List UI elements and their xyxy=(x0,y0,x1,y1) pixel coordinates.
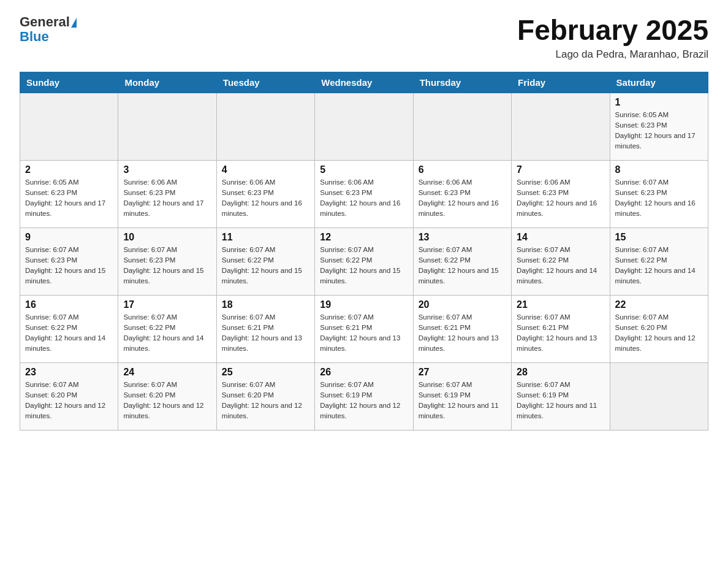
day-info: Sunrise: 6:06 AMSunset: 6:23 PMDaylight:… xyxy=(222,177,309,220)
day-info: Sunrise: 6:06 AMSunset: 6:23 PMDaylight:… xyxy=(517,177,604,220)
day-number: 3 xyxy=(123,164,211,175)
calendar-cell: 16Sunrise: 6:07 AMSunset: 6:22 PMDayligh… xyxy=(20,295,118,362)
weekday-header-sunday: Sunday xyxy=(20,72,118,93)
day-number: 18 xyxy=(222,299,309,310)
calendar-cell: 13Sunrise: 6:07 AMSunset: 6:22 PMDayligh… xyxy=(413,228,511,295)
calendar-cell xyxy=(118,93,216,160)
calendar-cell: 23Sunrise: 6:07 AMSunset: 6:20 PMDayligh… xyxy=(20,362,118,430)
day-info: Sunrise: 6:07 AMSunset: 6:21 PMDaylight:… xyxy=(222,312,309,354)
day-number: 9 xyxy=(25,232,113,243)
day-info: Sunrise: 6:07 AMSunset: 6:21 PMDaylight:… xyxy=(320,312,408,354)
weekday-header-monday: Monday xyxy=(118,72,216,93)
day-number: 6 xyxy=(419,164,506,175)
weekday-header-wednesday: Wednesday xyxy=(315,72,413,93)
calendar-cell: 11Sunrise: 6:07 AMSunset: 6:22 PMDayligh… xyxy=(216,228,314,295)
day-info: Sunrise: 6:07 AMSunset: 6:22 PMDaylight:… xyxy=(123,312,211,354)
day-info: Sunrise: 6:07 AMSunset: 6:22 PMDaylight:… xyxy=(615,245,703,287)
calendar-cell: 20Sunrise: 6:07 AMSunset: 6:21 PMDayligh… xyxy=(413,295,511,362)
day-info: Sunrise: 6:07 AMSunset: 6:19 PMDaylight:… xyxy=(517,380,604,422)
logo-general-text: General xyxy=(20,14,70,29)
calendar-cell xyxy=(20,93,118,160)
calendar-cell: 6Sunrise: 6:06 AMSunset: 6:23 PMDaylight… xyxy=(413,160,511,228)
day-info: Sunrise: 6:06 AMSunset: 6:23 PMDaylight:… xyxy=(320,177,408,220)
weekday-header-thursday: Thursday xyxy=(413,72,511,93)
day-number: 24 xyxy=(123,367,211,378)
weekday-header-saturday: Saturday xyxy=(610,72,708,93)
day-info: Sunrise: 6:07 AMSunset: 6:20 PMDaylight:… xyxy=(615,312,703,354)
day-number: 15 xyxy=(615,232,703,243)
day-number: 1 xyxy=(615,97,703,108)
day-info: Sunrise: 6:07 AMSunset: 6:21 PMDaylight:… xyxy=(419,312,506,354)
logo: General Blue xyxy=(20,15,77,44)
day-info: Sunrise: 6:07 AMSunset: 6:21 PMDaylight:… xyxy=(517,312,604,354)
calendar-cell xyxy=(512,93,610,160)
calendar-cell xyxy=(610,362,708,430)
calendar-cell: 7Sunrise: 6:06 AMSunset: 6:23 PMDaylight… xyxy=(512,160,610,228)
day-number: 25 xyxy=(222,367,309,378)
month-title: February 2025 xyxy=(517,15,708,46)
day-info: Sunrise: 6:07 AMSunset: 6:22 PMDaylight:… xyxy=(25,312,113,354)
day-info: Sunrise: 6:07 AMSunset: 6:23 PMDaylight:… xyxy=(123,245,211,287)
day-number: 27 xyxy=(419,367,506,378)
day-number: 12 xyxy=(320,232,408,243)
calendar-cell: 14Sunrise: 6:07 AMSunset: 6:22 PMDayligh… xyxy=(512,228,610,295)
logo-general-line: General xyxy=(20,15,77,29)
calendar-body: 1Sunrise: 6:05 AMSunset: 6:23 PMDaylight… xyxy=(20,93,708,430)
calendar-cell: 18Sunrise: 6:07 AMSunset: 6:21 PMDayligh… xyxy=(216,295,314,362)
day-number: 4 xyxy=(222,164,309,175)
calendar-cell: 2Sunrise: 6:05 AMSunset: 6:23 PMDaylight… xyxy=(20,160,118,228)
calendar-table: SundayMondayTuesdayWednesdayThursdayFrid… xyxy=(20,72,708,431)
calendar-cell: 9Sunrise: 6:07 AMSunset: 6:23 PMDaylight… xyxy=(20,228,118,295)
calendar-cell: 8Sunrise: 6:07 AMSunset: 6:23 PMDaylight… xyxy=(610,160,708,228)
calendar-cell: 28Sunrise: 6:07 AMSunset: 6:19 PMDayligh… xyxy=(512,362,610,430)
logo-triangle-icon xyxy=(71,18,77,28)
calendar-cell xyxy=(315,93,413,160)
calendar-cell xyxy=(413,93,511,160)
calendar-cell: 10Sunrise: 6:07 AMSunset: 6:23 PMDayligh… xyxy=(118,228,216,295)
calendar-week-row: 2Sunrise: 6:05 AMSunset: 6:23 PMDaylight… xyxy=(20,160,708,228)
day-number: 16 xyxy=(25,299,113,310)
calendar-week-row: 1Sunrise: 6:05 AMSunset: 6:23 PMDaylight… xyxy=(20,93,708,160)
day-number: 20 xyxy=(419,299,506,310)
day-info: Sunrise: 6:07 AMSunset: 6:22 PMDaylight:… xyxy=(419,245,506,287)
day-info: Sunrise: 6:07 AMSunset: 6:22 PMDaylight:… xyxy=(222,245,309,287)
weekday-header-friday: Friday xyxy=(512,72,610,93)
calendar-cell: 15Sunrise: 6:07 AMSunset: 6:22 PMDayligh… xyxy=(610,228,708,295)
day-number: 11 xyxy=(222,232,309,243)
location-subtitle: Lago da Pedra, Maranhao, Brazil xyxy=(517,48,708,61)
calendar-cell: 12Sunrise: 6:07 AMSunset: 6:22 PMDayligh… xyxy=(315,228,413,295)
calendar-cell: 27Sunrise: 6:07 AMSunset: 6:19 PMDayligh… xyxy=(413,362,511,430)
calendar-cell: 21Sunrise: 6:07 AMSunset: 6:21 PMDayligh… xyxy=(512,295,610,362)
calendar-cell: 26Sunrise: 6:07 AMSunset: 6:19 PMDayligh… xyxy=(315,362,413,430)
calendar-cell: 4Sunrise: 6:06 AMSunset: 6:23 PMDaylight… xyxy=(216,160,314,228)
page-header: General Blue February 2025 Lago da Pedra… xyxy=(20,15,708,61)
calendar-header: SundayMondayTuesdayWednesdayThursdayFrid… xyxy=(20,72,708,93)
day-number: 21 xyxy=(517,299,604,310)
day-number: 10 xyxy=(123,232,211,243)
day-info: Sunrise: 6:07 AMSunset: 6:19 PMDaylight:… xyxy=(419,380,506,422)
day-info: Sunrise: 6:05 AMSunset: 6:23 PMDaylight:… xyxy=(615,110,703,152)
day-number: 23 xyxy=(25,367,113,378)
day-info: Sunrise: 6:06 AMSunset: 6:23 PMDaylight:… xyxy=(123,177,211,220)
calendar-cell xyxy=(216,93,314,160)
logo-blue-text: Blue xyxy=(20,29,49,44)
day-number: 17 xyxy=(123,299,211,310)
day-info: Sunrise: 6:07 AMSunset: 6:22 PMDaylight:… xyxy=(320,245,408,287)
day-info: Sunrise: 6:07 AMSunset: 6:23 PMDaylight:… xyxy=(25,245,113,287)
day-number: 28 xyxy=(517,367,604,378)
day-info: Sunrise: 6:07 AMSunset: 6:22 PMDaylight:… xyxy=(517,245,604,287)
calendar-week-row: 9Sunrise: 6:07 AMSunset: 6:23 PMDaylight… xyxy=(20,228,708,295)
calendar-week-row: 16Sunrise: 6:07 AMSunset: 6:22 PMDayligh… xyxy=(20,295,708,362)
day-info: Sunrise: 6:07 AMSunset: 6:23 PMDaylight:… xyxy=(615,177,703,220)
weekday-header-row: SundayMondayTuesdayWednesdayThursdayFrid… xyxy=(20,72,708,93)
day-info: Sunrise: 6:06 AMSunset: 6:23 PMDaylight:… xyxy=(419,177,506,220)
day-info: Sunrise: 6:07 AMSunset: 6:19 PMDaylight:… xyxy=(320,380,408,422)
calendar-cell: 24Sunrise: 6:07 AMSunset: 6:20 PMDayligh… xyxy=(118,362,216,430)
calendar-cell: 1Sunrise: 6:05 AMSunset: 6:23 PMDaylight… xyxy=(610,93,708,160)
calendar-cell: 5Sunrise: 6:06 AMSunset: 6:23 PMDaylight… xyxy=(315,160,413,228)
title-block: February 2025 Lago da Pedra, Maranhao, B… xyxy=(517,15,708,61)
day-number: 5 xyxy=(320,164,408,175)
weekday-header-tuesday: Tuesday xyxy=(216,72,314,93)
calendar-cell: 17Sunrise: 6:07 AMSunset: 6:22 PMDayligh… xyxy=(118,295,216,362)
day-number: 2 xyxy=(25,164,113,175)
